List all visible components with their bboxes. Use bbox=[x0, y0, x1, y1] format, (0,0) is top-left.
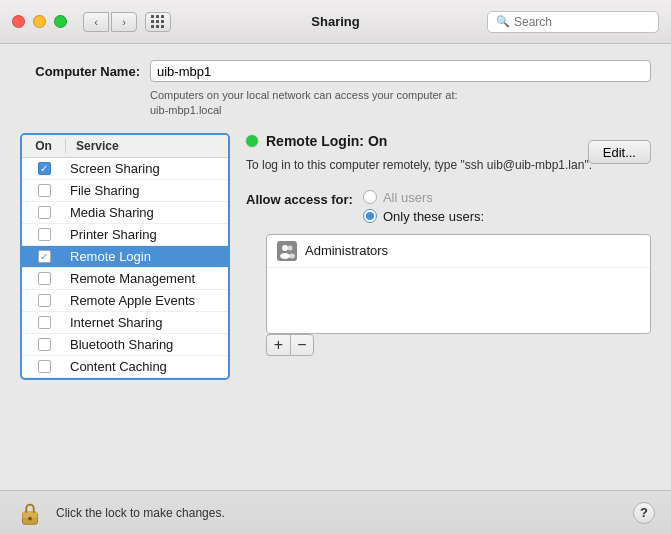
add-user-button[interactable]: + bbox=[266, 334, 290, 356]
svg-point-1 bbox=[280, 253, 290, 259]
grid-button[interactable] bbox=[145, 12, 171, 32]
svg-point-2 bbox=[288, 245, 293, 250]
col-service-label: Service bbox=[66, 139, 119, 153]
service-row-media-sharing[interactable]: Media Sharing bbox=[22, 202, 228, 224]
service-name-remote-login: Remote Login bbox=[66, 249, 151, 264]
service-row-bluetooth-sharing[interactable]: Bluetooth Sharing bbox=[22, 334, 228, 356]
search-icon: 🔍 bbox=[496, 15, 510, 28]
check-internet-sharing[interactable] bbox=[22, 316, 66, 329]
bottom-bar: Click the lock to make changes. ? bbox=[0, 490, 671, 534]
checkbox-icon bbox=[38, 228, 51, 241]
svg-point-6 bbox=[28, 516, 32, 520]
checkbox-icon: ✓ bbox=[38, 250, 51, 263]
close-button[interactable] bbox=[12, 15, 25, 28]
remote-login-status: Remote Login: On bbox=[246, 133, 651, 149]
checkbox-icon bbox=[38, 360, 51, 373]
lock-text: Click the lock to make changes. bbox=[56, 506, 225, 520]
checkbox-icon bbox=[38, 338, 51, 351]
list-controls: + − bbox=[266, 334, 651, 356]
search-box[interactable]: 🔍 bbox=[487, 11, 659, 33]
service-name-remote-management: Remote Management bbox=[66, 271, 195, 286]
service-row-printer-sharing[interactable]: Printer Sharing bbox=[22, 224, 228, 246]
service-name-remote-apple-events: Remote Apple Events bbox=[66, 293, 195, 308]
check-media-sharing[interactable] bbox=[22, 206, 66, 219]
user-name-administrators: Administrators bbox=[305, 243, 388, 258]
user-row-administrators[interactable]: Administrators bbox=[267, 235, 650, 268]
service-name-internet-sharing: Internet Sharing bbox=[66, 315, 163, 330]
service-name-printer-sharing: Printer Sharing bbox=[66, 227, 157, 242]
checkbox-icon bbox=[38, 184, 51, 197]
only-these-label: Only these users: bbox=[383, 209, 484, 224]
checkbox-icon bbox=[38, 272, 51, 285]
col-on-label: On bbox=[22, 139, 66, 153]
computer-name-input[interactable] bbox=[150, 60, 651, 82]
check-content-caching[interactable] bbox=[22, 360, 66, 373]
user-icon bbox=[277, 241, 297, 261]
status-dot-green bbox=[246, 135, 258, 147]
radio-inner-dot bbox=[366, 212, 374, 220]
check-screen-sharing[interactable]: ✓ bbox=[22, 162, 66, 175]
back-button[interactable]: ‹ bbox=[83, 12, 109, 32]
grid-icon bbox=[151, 15, 165, 29]
service-row-remote-login[interactable]: ✓ Remote Login bbox=[22, 246, 228, 268]
right-panel: Remote Login: On To log in to this compu… bbox=[246, 133, 651, 380]
svg-point-3 bbox=[289, 253, 295, 258]
all-users-radio[interactable] bbox=[363, 190, 377, 204]
access-options: All users Only these users: bbox=[363, 190, 484, 224]
allow-access-label: Allow access for: bbox=[246, 190, 353, 207]
status-description: To log in to this computer remotely, typ… bbox=[246, 157, 651, 174]
traffic-lights bbox=[12, 15, 67, 28]
checkbox-icon bbox=[38, 206, 51, 219]
computer-name-row: Computer Name: bbox=[20, 60, 651, 82]
check-bluetooth-sharing[interactable] bbox=[22, 338, 66, 351]
lock-button[interactable] bbox=[16, 498, 44, 528]
service-row-remote-management[interactable]: Remote Management bbox=[22, 268, 228, 290]
service-row-screen-sharing[interactable]: ✓ Screen Sharing bbox=[22, 158, 228, 180]
services-list: On Service ✓ Screen Sharing File Sharing bbox=[20, 133, 230, 380]
all-users-row[interactable]: All users bbox=[363, 190, 484, 205]
service-row-file-sharing[interactable]: File Sharing bbox=[22, 180, 228, 202]
all-users-label: All users bbox=[383, 190, 433, 205]
computer-name-subtitle: Computers on your local network can acce… bbox=[150, 88, 651, 119]
only-these-users-row[interactable]: Only these users: bbox=[363, 209, 484, 224]
check-remote-management[interactable] bbox=[22, 272, 66, 285]
checkbox-icon: ✓ bbox=[38, 162, 51, 175]
checkbox-icon bbox=[38, 316, 51, 329]
users-list: Administrators bbox=[266, 234, 651, 334]
service-row-remote-apple-events[interactable]: Remote Apple Events bbox=[22, 290, 228, 312]
service-name-screen-sharing: Screen Sharing bbox=[66, 161, 160, 176]
service-name-media-sharing: Media Sharing bbox=[66, 205, 154, 220]
checkbox-icon bbox=[38, 294, 51, 307]
service-name-content-caching: Content Caching bbox=[66, 359, 167, 374]
minimize-button[interactable] bbox=[33, 15, 46, 28]
computer-name-label: Computer Name: bbox=[20, 64, 140, 79]
check-remote-apple-events[interactable] bbox=[22, 294, 66, 307]
services-area: On Service ✓ Screen Sharing File Sharing bbox=[20, 133, 651, 380]
remove-user-button[interactable]: − bbox=[290, 334, 314, 356]
svg-point-0 bbox=[282, 245, 288, 251]
titlebar: ‹ › Sharing 🔍 bbox=[0, 0, 671, 44]
search-input[interactable] bbox=[514, 15, 650, 29]
nav-arrows: ‹ › bbox=[83, 12, 137, 32]
check-printer-sharing[interactable] bbox=[22, 228, 66, 241]
lock-icon bbox=[18, 499, 42, 527]
group-users-icon bbox=[279, 243, 295, 259]
service-row-content-caching[interactable]: Content Caching bbox=[22, 356, 228, 378]
services-header: On Service bbox=[22, 135, 228, 158]
help-button[interactable]: ? bbox=[633, 502, 655, 524]
check-file-sharing[interactable] bbox=[22, 184, 66, 197]
window-title: Sharing bbox=[311, 14, 359, 29]
status-title: Remote Login: On bbox=[266, 133, 387, 149]
allow-access-row: Allow access for: All users Only these u… bbox=[246, 190, 651, 224]
maximize-button[interactable] bbox=[54, 15, 67, 28]
service-row-internet-sharing[interactable]: Internet Sharing bbox=[22, 312, 228, 334]
service-name-bluetooth-sharing: Bluetooth Sharing bbox=[66, 337, 173, 352]
only-these-users-radio[interactable] bbox=[363, 209, 377, 223]
service-name-file-sharing: File Sharing bbox=[66, 183, 139, 198]
forward-button[interactable]: › bbox=[111, 12, 137, 32]
check-remote-login[interactable]: ✓ bbox=[22, 250, 66, 263]
